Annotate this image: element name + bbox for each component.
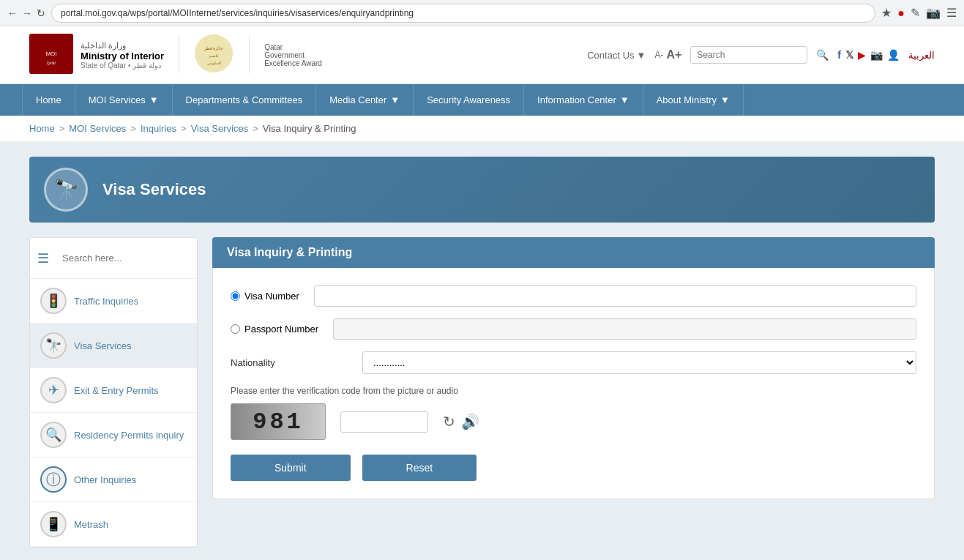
url-text: portal.moi.gov.qa/wps/portal/MOIInternet…: [61, 8, 414, 18]
logo-text-block: وزارة الداخلية Ministry of Interior Stat…: [81, 41, 164, 70]
visa-number-label: Visa Number: [244, 291, 299, 302]
sidebar-item-visa[interactable]: 🔭 Visa Services: [30, 324, 197, 368]
instagram-icon[interactable]: 📷: [870, 49, 883, 61]
breadcrumb-sep3: >: [181, 123, 187, 134]
banner-title: Visa Services: [102, 180, 206, 199]
passport-number-radio-label[interactable]: Passport Number: [231, 324, 318, 335]
sidebar-search-bar: ☰: [30, 238, 197, 279]
breadcrumb-inquiries[interactable]: Inquiries: [141, 123, 176, 134]
nationality-row: Nationality ............: [231, 351, 916, 374]
search-button[interactable]: 🔍: [816, 49, 829, 61]
captcha-audio-button[interactable]: 🔊: [461, 413, 479, 430]
logo-arabic: وزارة الداخلية: [81, 41, 164, 51]
form-header: Visa Inquiry & Printing: [212, 237, 935, 268]
breadcrumb-visa[interactable]: Visa Services: [191, 123, 249, 134]
facebook-icon[interactable]: f: [837, 49, 841, 61]
star-icon[interactable]: ★: [881, 6, 892, 20]
svg-text:الحكومي: الحكومي: [207, 61, 221, 66]
nav-info-label: Information Center: [537, 94, 616, 105]
visa-number-row: Visa Number: [231, 285, 916, 307]
youtube-icon[interactable]: ▶: [858, 49, 866, 61]
nav-security-label: Security Awareness: [427, 94, 510, 105]
breadcrumb: Home > MOI Services > Inquiries > Visa S…: [29, 123, 935, 134]
nav-home-label: Home: [36, 94, 61, 105]
nav-media-label: Media Center: [329, 94, 386, 105]
browser-icons: ★ ● ✎ 📷 ☰: [881, 6, 957, 20]
content-area: ☰ 🚦 Traffic Inquiries 🔭 Visa Services ✈ …: [29, 237, 935, 548]
breadcrumb-sep2: >: [130, 123, 136, 134]
nav-moi-services[interactable]: MOI Services ▼: [75, 84, 173, 116]
captcha-note: Please enter the verification code from …: [231, 386, 916, 396]
passport-number-input[interactable]: [333, 318, 916, 340]
sidebar-item-residency[interactable]: 🔍 Residency Permits inquiry: [30, 413, 197, 458]
captcha-row: 981 ↻ 🔊: [231, 403, 916, 440]
submit-button[interactable]: Submit: [231, 455, 351, 481]
hamburger-icon[interactable]: ☰: [37, 250, 49, 266]
breadcrumb-home[interactable]: Home: [29, 123, 55, 134]
other-icon[interactable]: 👤: [887, 49, 900, 61]
addon-icon1[interactable]: ●: [897, 7, 905, 20]
sidebar-item-exit-entry[interactable]: ✈ Exit & Entry Permits: [30, 368, 197, 413]
breadcrumb-moi[interactable]: MOI Services: [69, 123, 126, 134]
form-area: Visa Inquiry & Printing Visa Number Pass…: [212, 237, 935, 548]
nav-media[interactable]: Media Center ▼: [316, 84, 414, 116]
twitter-icon[interactable]: 𝕏: [845, 49, 853, 61]
logo-state: State of Qatar • دولة قطر: [81, 61, 164, 70]
contact-button[interactable]: Contact Us ▼: [587, 50, 646, 61]
visa-icon: 🔭: [53, 178, 79, 202]
back-icon[interactable]: ←: [7, 7, 18, 19]
nav-media-arrow: ▼: [390, 94, 400, 105]
residency-icon: 🔍: [40, 422, 67, 448]
visa-number-radio-label[interactable]: Visa Number: [231, 291, 299, 302]
breadcrumb-current: Visa Inquiry & Printing: [263, 123, 356, 134]
svg-text:MOI: MOI: [45, 51, 56, 57]
nav-dept-label: Departments & Committees: [186, 94, 303, 105]
forward-icon[interactable]: →: [22, 7, 32, 19]
font-large-button[interactable]: A+: [666, 48, 681, 61]
logo-divider: [179, 37, 179, 73]
breadcrumb-sep1: >: [59, 123, 65, 134]
search-input[interactable]: [690, 46, 807, 64]
passport-number-radio[interactable]: [231, 324, 240, 334]
sidebar-search-input[interactable]: [55, 245, 193, 271]
captcha-refresh-button[interactable]: ↻: [443, 413, 455, 430]
captcha-input[interactable]: [340, 411, 428, 433]
breadcrumb-sep4: >: [253, 123, 258, 134]
nav-about-label: About Ministry: [657, 94, 717, 105]
sidebar-item-metrash[interactable]: 📱 Metrash: [30, 502, 197, 547]
reset-button[interactable]: Reset: [362, 455, 477, 481]
browser-nav: ← → ↻: [7, 7, 45, 19]
sidebar-item-other[interactable]: ⓘ Other Inquiries: [30, 458, 197, 502]
sidebar-item-traffic[interactable]: 🚦 Traffic Inquiries: [30, 279, 197, 324]
visa-number-input[interactable]: [314, 285, 916, 307]
passport-number-label: Passport Number: [244, 324, 318, 335]
form-body: Visa Number Passport Number Nationality: [212, 268, 935, 499]
font-small-button[interactable]: A-: [654, 50, 663, 60]
page-banner: 🔭 Visa Services: [29, 157, 935, 223]
ministry-logo: MOI Qatar: [29, 34, 73, 76]
reload-icon[interactable]: ↻: [37, 7, 45, 19]
addon-icon4[interactable]: ☰: [946, 6, 957, 20]
nav-departments[interactable]: Departments & Committees: [173, 84, 317, 116]
other-inquiries-icon: ⓘ: [40, 466, 67, 493]
address-bar[interactable]: portal.moi.gov.qa/wps/portal/MOIInternet…: [51, 4, 875, 23]
addon-icon3[interactable]: 📷: [926, 6, 941, 20]
nav-moi-label: MOI Services: [89, 94, 146, 105]
nav-home[interactable]: Home: [22, 84, 75, 116]
arabic-link[interactable]: العربية: [908, 50, 935, 61]
main-nav: Home MOI Services ▼ Departments & Commit…: [0, 84, 964, 116]
svg-text:للتميز: للتميز: [208, 53, 219, 59]
breadcrumb-bar: Home > MOI Services > Inquiries > Visa S…: [0, 116, 964, 142]
contact-label: Contact Us: [587, 50, 634, 61]
nationality-label: Nationality: [231, 357, 348, 368]
addon-icon2[interactable]: ✎: [911, 6, 920, 20]
nav-security[interactable]: Security Awareness: [414, 84, 524, 116]
captcha-image: 981: [231, 403, 326, 440]
visa-number-radio[interactable]: [231, 291, 240, 301]
nav-information[interactable]: Information Center ▼: [524, 84, 643, 116]
nationality-select[interactable]: ............: [362, 351, 916, 374]
main-content: 🔭 Visa Services ☰ 🚦 Traffic Inquiries 🔭 …: [0, 142, 964, 560]
logo-divider2: [249, 37, 250, 73]
nav-about[interactable]: About Ministry ▼: [643, 84, 744, 116]
social-icons: f 𝕏 ▶ 📷 👤: [837, 49, 900, 61]
